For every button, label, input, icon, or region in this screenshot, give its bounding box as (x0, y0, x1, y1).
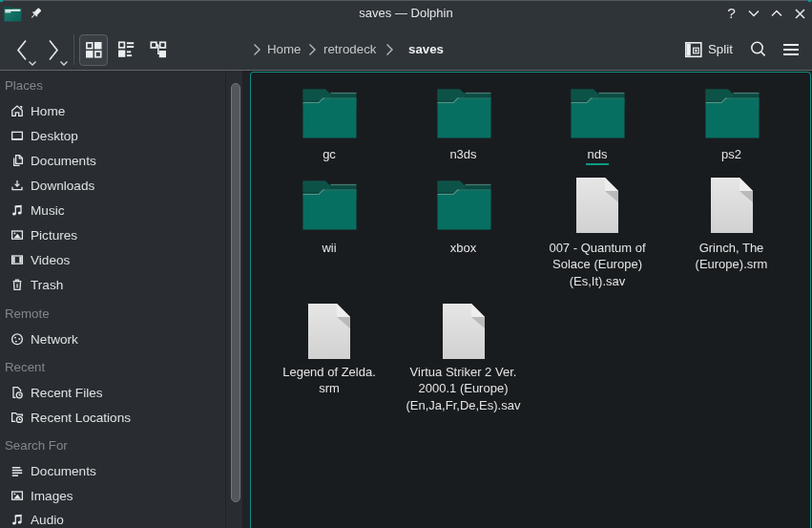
svg-text:?: ? (727, 5, 736, 21)
